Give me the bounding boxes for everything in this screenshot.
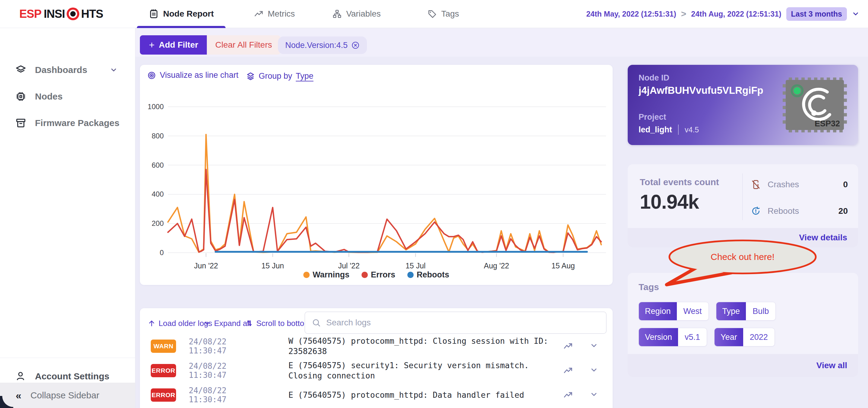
logo-eye-icon — [67, 7, 79, 20]
plus-icon: + — [149, 39, 155, 51]
chip-icon — [15, 91, 27, 102]
tag-value: v5.1 — [678, 328, 707, 346]
group-by-control[interactable]: Group by Type — [246, 71, 314, 81]
double-chevron-left-icon: « — [16, 389, 22, 401]
reboots-row: Reboots 20 — [751, 206, 848, 216]
log-expand-chevron-icon[interactable] — [590, 341, 598, 351]
load-older-logs-button[interactable]: Load older logs — [148, 314, 212, 333]
y-tick-label: 200 — [152, 219, 164, 227]
legend-item-warnings[interactable]: Warnings — [303, 270, 349, 280]
tag-pill-type[interactable]: TypeBulb — [716, 302, 776, 320]
sidebar-item-nodes[interactable]: Nodes — [0, 83, 135, 110]
tag-pill-version[interactable]: Versionv5.1 — [639, 328, 707, 346]
log-graph-icon[interactable] — [563, 366, 573, 375]
sidebar-item-label: Nodes — [35, 91, 63, 102]
events-divider — [742, 174, 743, 220]
y-tick-label: 0 — [160, 249, 164, 257]
sidebar-item-label: Firmware Packages — [35, 118, 119, 128]
tab-node-report[interactable]: Node Report — [137, 0, 225, 28]
y-tick-label: 1000 — [148, 102, 164, 111]
log-level-badge: ERROR — [151, 388, 176, 402]
tag-key: Type — [716, 302, 746, 320]
led-indicator — [794, 87, 801, 94]
crash-icon — [751, 180, 761, 190]
legend-item-reboots[interactable]: Reboots — [407, 270, 449, 280]
remove-filter-icon[interactable] — [351, 41, 360, 50]
log-expand-chevron-icon[interactable] — [590, 390, 598, 400]
log-row-actions — [563, 341, 598, 351]
archive-box-icon — [15, 117, 27, 129]
x-tick-label: 15 Jun — [261, 261, 284, 270]
visualize-toggle[interactable]: Visualize as line chart — [147, 70, 239, 80]
log-message: E (75640575) security1: Security version… — [288, 360, 563, 381]
chevron-down-icon[interactable] — [852, 10, 860, 18]
tag-icon — [427, 9, 437, 19]
x-tick-label: Jul '22 — [338, 261, 360, 270]
tab-variables-label: Variables — [346, 9, 381, 19]
legend-item-errors[interactable]: Errors — [362, 270, 395, 280]
target-icon — [147, 71, 156, 80]
y-tick-label: 600 — [152, 161, 164, 169]
date-range-arrow-icon: > — [681, 9, 686, 19]
expand-all-button[interactable]: Expand all — [203, 314, 251, 333]
tags-card-footer: View all — [628, 354, 858, 377]
person-icon — [15, 371, 27, 382]
tab-variables[interactable]: Variables — [329, 0, 384, 28]
node-info-card: Node ID j4jAwfBUHVvufu5VLRgiFp Project l… — [628, 65, 858, 145]
log-message: E (75640575) protocomm_httpd: Data handl… — [288, 390, 563, 400]
esp32-chip-image: ESP32 — [782, 77, 847, 133]
tab-tags[interactable]: Tags — [421, 0, 466, 28]
chevron-down-icon — [203, 319, 211, 327]
date-preset-badge[interactable]: Last 3 months — [786, 7, 847, 21]
add-filter-button[interactable]: + Add Filter — [140, 35, 207, 55]
x-tick-label: 15 Aug — [552, 261, 575, 270]
clear-all-filters-button[interactable]: Clear All Filters — [207, 35, 280, 55]
y-tick-label: 400 — [152, 190, 164, 198]
legend-label: Warnings — [313, 270, 349, 280]
log-expand-chevron-icon[interactable] — [590, 366, 598, 375]
tag-value: 2022 — [743, 328, 775, 346]
log-row[interactable]: WARN24/08/22 11:30:47W (75640575) protoc… — [140, 335, 613, 358]
search-icon — [312, 318, 321, 327]
total-events-value: 10.94k — [640, 190, 699, 213]
reboot-icon — [751, 206, 761, 216]
view-all-link[interactable]: View all — [816, 360, 847, 370]
reboots-label: Reboots — [768, 206, 832, 216]
chip-model-label: ESP32 — [815, 119, 840, 128]
sidebar-item-dashboards[interactable]: Dashboards — [0, 57, 135, 83]
sidebar-item-firmware-packages[interactable]: Firmware Packages — [0, 110, 135, 136]
collapse-sidebar-button[interactable]: « Collapse Sidebar — [0, 383, 135, 408]
tag-pill-region[interactable]: RegionWest — [639, 302, 709, 320]
tags-title: Tags — [639, 282, 659, 292]
project-label: Project — [639, 113, 666, 122]
log-graph-icon[interactable] — [563, 341, 573, 351]
events-line-chart[interactable]: 02004006008001000Jun '2215 JunJul '2215 … — [142, 96, 609, 272]
log-graph-icon[interactable] — [563, 390, 573, 400]
tab-metrics[interactable]: Metrics — [250, 0, 299, 28]
chevron-down-icon[interactable] — [110, 66, 118, 74]
group-by-value[interactable]: Type — [296, 71, 314, 81]
search-logs-input[interactable] — [326, 317, 599, 328]
logo-text-insi: INSI — [44, 7, 65, 21]
up-down-arrows-icon — [245, 319, 253, 327]
log-row[interactable]: ERROR24/08/22 11:30:47E (75640575) secur… — [140, 358, 613, 384]
log-row-actions — [563, 390, 598, 400]
date-range-end[interactable]: 24th Aug, 2022 (12:51:31) — [691, 10, 781, 19]
log-timestamp: 24/08/22 11:30:47 — [189, 337, 269, 355]
annotation-text: Check out here! — [711, 252, 775, 262]
legend-dot — [407, 272, 414, 278]
date-range-start[interactable]: 24th May, 2022 (12:51:31) — [586, 10, 676, 19]
tab-metrics-label: Metrics — [268, 9, 295, 19]
tags-list: RegionWestTypeBulbVersionv5.1Year2022 — [639, 302, 851, 346]
tag-pill-year[interactable]: Year2022 — [714, 328, 775, 346]
sidebar-item-label: Dashboards — [35, 65, 87, 75]
scroll-to-bottom-label: Scroll to bottom — [256, 319, 311, 328]
tab-tags-label: Tags — [441, 9, 459, 19]
tag-key: Region — [639, 302, 677, 320]
log-row[interactable]: ERROR24/08/22 11:30:47E (75640575) proto… — [140, 384, 613, 407]
node-id-value: j4jAwfBUHVvufu5VLRgiFp — [639, 85, 764, 96]
x-tick-label: Aug '22 — [484, 261, 509, 270]
scroll-to-bottom-button[interactable]: Scroll to bottom — [245, 314, 311, 333]
tag-value: Bulb — [746, 302, 775, 320]
filter-chip-node-version[interactable]: Node.Version:4.5 — [278, 36, 367, 54]
